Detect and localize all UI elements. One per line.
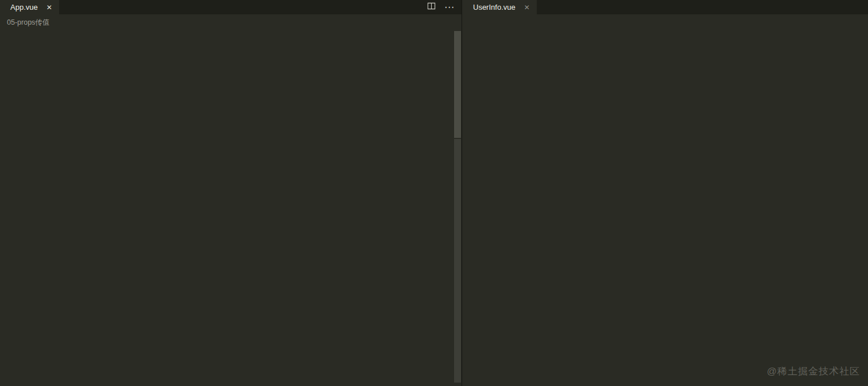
breadcrumb [463, 14, 868, 31]
breadcrumb-item[interactable]: 05-props传值 [7, 18, 49, 28]
tab-bar: UserInfo.vue ✕ [463, 0, 868, 14]
editor-pane-app-vue: App.vue ✕ ⋯ 05-props传值 [0, 0, 462, 386]
more-actions-icon[interactable]: ⋯ [444, 5, 455, 10]
tab-title: App.vue [10, 3, 38, 11]
tab-app-vue[interactable]: App.vue ✕ [0, 0, 59, 14]
editor-actions: ⋯ [427, 0, 455, 14]
close-tab-icon[interactable]: ✕ [524, 3, 530, 11]
close-tab-icon[interactable]: ✕ [46, 3, 52, 11]
tab-title: UserInfo.vue [473, 3, 516, 11]
tab-userinfo-vue[interactable]: UserInfo.vue ✕ [463, 0, 537, 14]
tab-bar: App.vue ✕ ⋯ [0, 0, 462, 14]
editor-pane-userinfo-vue: UserInfo.vue ✕ [463, 0, 868, 386]
split-editor-icon[interactable] [427, 2, 436, 13]
watermark: @稀土掘金技术社区 [767, 365, 860, 378]
scrollbar-thumb[interactable] [454, 31, 461, 138]
scrollbar-track [454, 139, 461, 383]
scrollbar[interactable] [454, 31, 461, 386]
breadcrumb-label: 05-props传值 [7, 18, 49, 28]
breadcrumb: 05-props传值 [0, 14, 462, 31]
